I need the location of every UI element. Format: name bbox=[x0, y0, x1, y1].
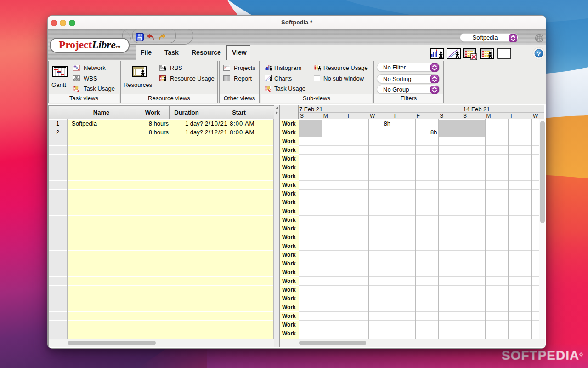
svg-text:?: ? bbox=[537, 50, 541, 58]
